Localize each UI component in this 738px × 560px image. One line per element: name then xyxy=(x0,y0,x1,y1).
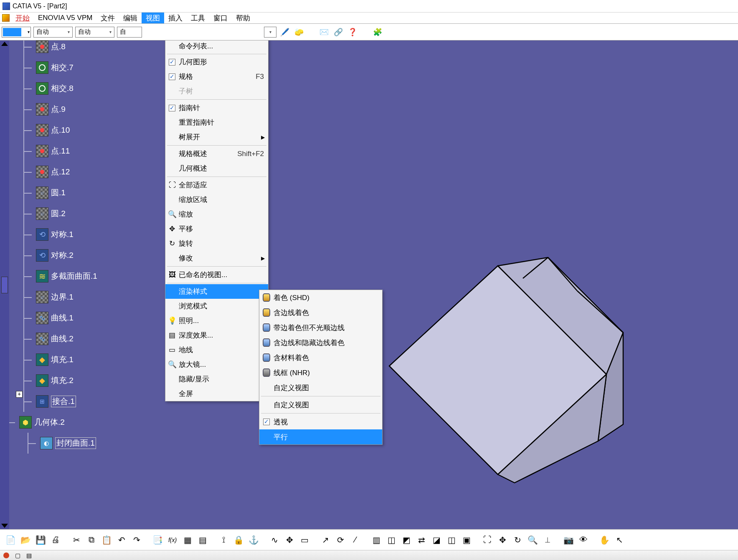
line-icon[interactable]: ∿ xyxy=(267,533,282,547)
menu-item[interactable]: ✓规格F3 xyxy=(165,69,268,84)
view3-icon[interactable]: ▣ xyxy=(459,533,474,547)
combo-auto-2[interactable]: 自动▾ xyxy=(75,27,114,38)
menu-item[interactable]: 浏览模式▶ xyxy=(165,299,268,313)
combo-auto-1[interactable]: 自动▾ xyxy=(33,27,73,38)
submenu-item[interactable]: 含边线着色 xyxy=(259,305,382,320)
tree-item[interactable]: −⬢几何体.2 xyxy=(9,412,97,433)
tree-item[interactable]: ○圆.1 xyxy=(17,182,97,203)
menu-item[interactable]: ✥平移 xyxy=(165,222,268,236)
tree-item[interactable]: 点.11 xyxy=(17,141,97,161)
menu-item[interactable]: 渲染样式▶ xyxy=(165,284,268,299)
tree-item[interactable]: 点.9 xyxy=(17,99,97,120)
pan-icon[interactable]: ✥ xyxy=(495,533,510,547)
multi-view-icon[interactable]: ▥ xyxy=(369,533,383,547)
mail-icon[interactable]: ✉️ xyxy=(318,26,330,38)
menu-item[interactable]: ↻旋转 xyxy=(165,236,268,251)
scroll-down-icon[interactable] xyxy=(1,524,8,528)
submenu-item[interactable]: 着色 (SHD) xyxy=(259,290,382,305)
menu-item[interactable]: 几何概述 xyxy=(165,161,268,176)
workbench-icon[interactable]: 🧩 xyxy=(372,26,383,38)
lock-icon[interactable]: 🔒 xyxy=(231,533,246,547)
tree-item[interactable]: +⊞接合.1 xyxy=(17,391,97,412)
color-picker[interactable]: ▾ xyxy=(2,27,31,38)
copy-icon[interactable]: ⧉ xyxy=(84,533,99,547)
menu-item[interactable]: 全屏 xyxy=(165,386,268,401)
menu-item[interactable]: ▭地线 xyxy=(165,343,268,357)
submenu-item[interactable]: 含边线和隐藏边线着色 xyxy=(259,335,382,350)
menu-item[interactable]: ✓指南针 xyxy=(165,101,268,115)
submenu-item[interactable]: 平行 xyxy=(259,429,382,444)
menu-start[interactable]: 开始 xyxy=(11,13,34,23)
tree-item[interactable]: ○边界.1 xyxy=(17,287,97,308)
tree-item[interactable]: 相交.8 xyxy=(17,78,97,99)
menu-edit[interactable]: 编辑 xyxy=(119,13,142,23)
slash-icon[interactable]: ⁄ xyxy=(348,533,363,547)
tree-scrollbar[interactable] xyxy=(0,40,9,529)
iso-view-icon[interactable]: ◫ xyxy=(384,533,398,547)
submenu-item[interactable]: ✓透视 xyxy=(259,414,382,429)
menu-item[interactable]: 重置指南针 xyxy=(165,115,268,130)
arrow-icon[interactable]: ↗ xyxy=(318,533,332,547)
submenu-item[interactable]: 含材料着色 xyxy=(259,350,382,365)
menu-item[interactable]: ⛶全部适应 xyxy=(165,178,268,192)
cursor-icon[interactable]: ↖ xyxy=(612,533,626,547)
grid-icon[interactable]: ▤ xyxy=(195,533,210,547)
hide-show-icon[interactable]: 👁 xyxy=(576,533,591,547)
tree-item[interactable]: ⟲对称.1 xyxy=(17,224,97,245)
back-view-icon[interactable]: ◩ xyxy=(399,533,413,547)
tree-item[interactable]: 点.10 xyxy=(17,120,97,141)
help-cursor-icon[interactable]: ❓ xyxy=(347,26,358,38)
tree-item[interactable]: ≋多截面曲面.1 xyxy=(17,266,97,287)
rectangle-icon[interactable]: ▭ xyxy=(297,533,312,547)
view2-icon[interactable]: ◫ xyxy=(444,533,459,547)
scroll-up-icon[interactable] xyxy=(1,42,8,46)
table-icon[interactable]: ▦ xyxy=(180,533,195,547)
menu-item[interactable]: 规格概述Shift+F2 xyxy=(165,146,268,161)
anchor-icon[interactable]: ⚓ xyxy=(246,533,261,547)
constrain-icon[interactable]: ⟟ xyxy=(216,533,231,547)
menu-enovia[interactable]: ENOVIA V5 VPM xyxy=(34,13,96,23)
submenu-item[interactable]: 线框 (NHR) xyxy=(259,365,382,380)
menu-item[interactable]: 💡照明... xyxy=(165,313,268,328)
redo-icon[interactable]: ↷ xyxy=(129,533,144,547)
tree-item[interactable]: ○圆.2 xyxy=(17,203,97,224)
open-icon[interactable]: 📂 xyxy=(18,533,33,547)
tree-item[interactable]: ◆填充.1 xyxy=(17,349,97,370)
model-3d[interactable] xyxy=(373,249,631,508)
submenu-item[interactable]: 自定义视图 xyxy=(259,380,382,395)
tree-item[interactable]: ∿曲线.1 xyxy=(17,308,97,328)
menu-insert[interactable]: 插入 xyxy=(164,13,187,23)
menu-item[interactable]: 缩放区域 xyxy=(165,192,268,207)
viewport-3d[interactable]: 点.8相交.7相交.8点.9点.10点.11点.12○圆.1○圆.2⟲对称.1⟲… xyxy=(9,40,738,529)
menu-item[interactable]: ✓几何图形 xyxy=(165,55,268,69)
menu-view[interactable]: 视图 xyxy=(142,13,164,23)
new-icon[interactable]: 📄 xyxy=(3,533,18,547)
fx-icon[interactable]: f(x) xyxy=(165,533,180,547)
cut-icon[interactable]: ✂ xyxy=(69,533,84,547)
undo-icon[interactable]: ↶ xyxy=(114,533,129,547)
menu-file[interactable]: 文件 xyxy=(96,13,119,23)
tree-item[interactable]: ∿曲线.2 xyxy=(17,328,97,349)
submenu-item[interactable]: 自定义视图 xyxy=(259,397,382,412)
menu-item[interactable]: 树展开▶ xyxy=(165,130,268,144)
normal-view-icon[interactable]: ⟂ xyxy=(540,533,555,547)
paste-icon[interactable]: 📋 xyxy=(99,533,114,547)
tree-item[interactable]: 相交.7 xyxy=(17,57,97,78)
fit-all-icon[interactable]: ⛶ xyxy=(480,533,495,547)
swap-view-icon[interactable]: ⇄ xyxy=(414,533,429,547)
tree-item[interactable]: 点.8 xyxy=(17,40,97,57)
menu-item[interactable]: 隐藏/显示▶ xyxy=(165,372,268,386)
rotate-icon[interactable]: ↻ xyxy=(510,533,525,547)
brush-icon[interactable]: 🖊️ xyxy=(279,26,291,38)
menu-window[interactable]: 窗口 xyxy=(209,13,232,23)
tree-expand-icon[interactable]: + xyxy=(16,391,23,398)
zoom-icon[interactable]: 🔍 xyxy=(525,533,540,547)
hand-icon[interactable]: ✋ xyxy=(597,533,611,547)
combo-small[interactable]: ▾ xyxy=(264,27,276,38)
tree-item[interactable]: ◆填充.2 xyxy=(17,370,97,391)
eraser-icon[interactable]: 🧽 xyxy=(293,26,305,38)
tree-item[interactable]: 点.12 xyxy=(17,161,97,182)
link1-icon[interactable]: 🔗 xyxy=(332,26,344,38)
tree-item[interactable]: ◐封闭曲面.1 xyxy=(21,433,97,454)
menu-tools[interactable]: 工具 xyxy=(187,13,209,23)
